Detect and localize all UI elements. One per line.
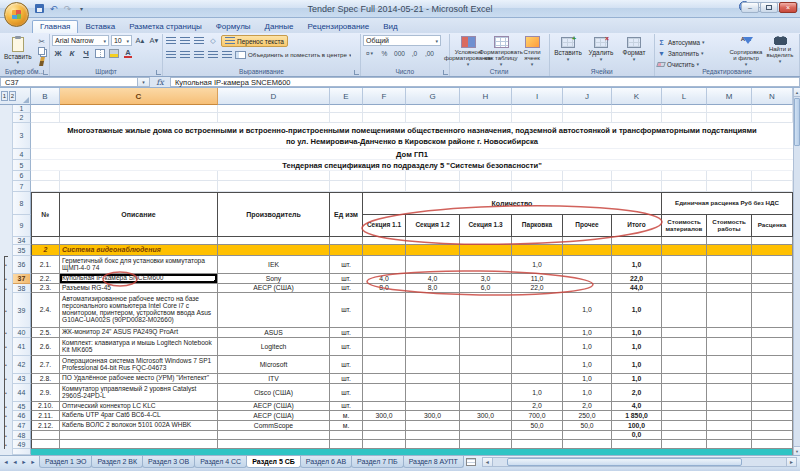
bold-button[interactable]: Ж <box>52 48 64 58</box>
cell-C49[interactable] <box>60 440 218 449</box>
row-header-38[interactable]: 38 <box>13 284 31 293</box>
qat-dropdown-button[interactable]: ▾ <box>76 3 87 15</box>
cell-J36[interactable] <box>563 256 612 274</box>
cell-B38[interactable]: 2.3. <box>31 284 60 293</box>
align-center-button[interactable] <box>179 50 191 60</box>
cell-N6[interactable] <box>752 171 793 181</box>
cell-H37[interactable]: 3,0 <box>460 274 512 284</box>
cell-H6[interactable] <box>460 171 512 181</box>
cell-G34[interactable] <box>406 237 460 245</box>
cell-I48[interactable] <box>512 431 563 440</box>
cell-N1[interactable] <box>752 105 793 113</box>
row-header-48[interactable]: 48 <box>13 431 31 440</box>
cell-L47[interactable] <box>662 421 707 431</box>
cell-D6[interactable] <box>218 171 330 181</box>
cell-K44[interactable]: 2,0 <box>612 384 662 402</box>
cell-K47[interactable]: 100,0 <box>612 421 662 431</box>
insert-function-button[interactable]: fx <box>150 77 170 87</box>
cell-N35[interactable] <box>752 245 793 256</box>
cell-C35[interactable]: Система видеонаблюдения <box>60 245 218 256</box>
cell-J44[interactable]: 1,0 <box>563 384 612 402</box>
cell-I37[interactable]: 11,0 <box>512 274 563 284</box>
cell-H7[interactable] <box>460 181 512 192</box>
cell-H40[interactable] <box>460 328 512 338</box>
cell-B6[interactable] <box>31 171 60 181</box>
cell-N40[interactable] <box>752 328 793 338</box>
cell-C45[interactable]: Оптический коннектор LC KLC <box>60 402 218 411</box>
cell-K34[interactable] <box>612 237 662 245</box>
column-header-b[interactable]: B <box>31 88 60 105</box>
cell-F45[interactable] <box>363 402 406 411</box>
sheet-tab-1[interactable]: Раздел 1 ЭО <box>39 456 92 468</box>
align-left-button[interactable] <box>165 50 177 60</box>
cell-F39[interactable] <box>363 293 406 328</box>
cell-K41[interactable]: 1,0 <box>612 338 662 356</box>
outline-level-button-2[interactable]: 2 <box>9 91 16 101</box>
scroll-up-icon[interactable]: ▲ <box>794 88 800 97</box>
cell-D49[interactable] <box>218 440 330 449</box>
cell-I6[interactable] <box>512 171 563 181</box>
cell-J43[interactable]: 1,0 <box>563 374 612 384</box>
cell-C38[interactable]: Разъемы RG-45 <box>60 284 218 293</box>
cell-M7[interactable] <box>707 181 752 192</box>
cell-D1[interactable] <box>218 105 330 113</box>
merge-center-button[interactable]: Объединить и поместить в центре ▾ <box>235 49 351 60</box>
cell-E40[interactable]: шт. <box>330 328 363 338</box>
cell-B39[interactable]: 2.4. <box>31 293 60 328</box>
cell-D42[interactable]: Microsoft <box>218 356 330 374</box>
cell-G39[interactable] <box>406 293 460 328</box>
fill-handle[interactable] <box>214 280 217 283</box>
cell-J37[interactable] <box>563 274 612 284</box>
sheet-tab-2[interactable]: Раздел 2 ВК <box>91 456 143 468</box>
cell-K1[interactable] <box>612 105 662 113</box>
cell-G38[interactable]: 8,0 <box>406 284 460 293</box>
autosum-button[interactable]: Σ Автосумма ▾ <box>657 37 729 47</box>
format-painter-button[interactable] <box>36 56 48 66</box>
cell-M47[interactable] <box>707 421 752 431</box>
row-header-36[interactable]: 36 <box>13 256 31 274</box>
row-header-47[interactable]: 47 <box>13 421 31 431</box>
cell-N44[interactable] <box>752 384 793 402</box>
sheet-tab-5[interactable]: Раздел 5 СБ <box>246 456 301 468</box>
office-button[interactable] <box>4 2 29 27</box>
column-header-m[interactable]: M <box>707 88 752 105</box>
cell-E41[interactable]: шт. <box>330 338 363 356</box>
cell-L43[interactable] <box>662 374 707 384</box>
cell-K40[interactable]: 1,0 <box>612 328 662 338</box>
cell-G45[interactable] <box>406 402 460 411</box>
cell-N7[interactable] <box>752 181 793 192</box>
cell-H45[interactable] <box>460 402 512 411</box>
cell-N45[interactable] <box>752 402 793 411</box>
row-header-5[interactable]: 5 <box>13 160 31 171</box>
ribbon-tab-3[interactable]: Разметка страницы <box>122 21 209 33</box>
cell-L42[interactable] <box>662 356 707 374</box>
cell-G40[interactable] <box>406 328 460 338</box>
fill-color-button[interactable] <box>108 48 120 58</box>
cell-K42[interactable]: 1,0 <box>612 356 662 374</box>
row-header-2[interactable]: 2 <box>13 113 31 123</box>
grow-font-button[interactable]: A▴ <box>134 36 146 46</box>
row-header-34[interactable]: 34 <box>13 237 31 245</box>
cell-H2[interactable] <box>460 113 512 123</box>
cell-B2[interactable] <box>31 113 60 123</box>
cell-G42[interactable] <box>406 356 460 374</box>
cell-I41[interactable] <box>512 338 563 356</box>
cell-E44[interactable]: шт. <box>330 384 363 402</box>
cell-H39[interactable] <box>460 293 512 328</box>
cut-button[interactable]: ✂ <box>36 36 48 46</box>
cell-C48[interactable] <box>60 431 218 440</box>
cell-K39[interactable]: 1,0 <box>612 293 662 328</box>
increase-indent-button[interactable] <box>221 50 233 60</box>
cell-J42[interactable]: 1,0 <box>563 356 612 374</box>
cell-C47[interactable]: Кабель ВОЛС 2 волокон 5101 002A WHBK <box>60 421 218 431</box>
row-header-43[interactable]: 43 <box>13 374 31 384</box>
cell-N48[interactable] <box>752 431 793 440</box>
cell-F38[interactable]: 8,0 <box>363 284 406 293</box>
cell-C44[interactable]: Коммутатор управляемый 2 уровня Catalyst… <box>60 384 218 402</box>
row-header-1[interactable]: 1 <box>13 105 31 113</box>
cell-B45[interactable]: 2.10. <box>31 402 60 411</box>
sheet-nav-next-button[interactable]: ► <box>20 459 28 465</box>
cell-K49[interactable] <box>612 440 662 449</box>
cell-H38[interactable]: 6,0 <box>460 284 512 293</box>
cell-N42[interactable] <box>752 356 793 374</box>
